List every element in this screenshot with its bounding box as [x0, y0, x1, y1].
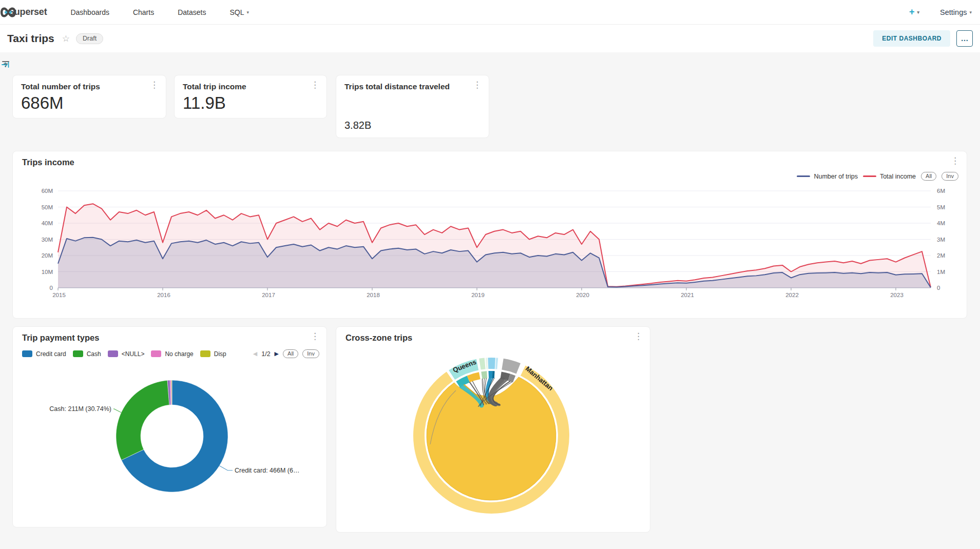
legend-label: Number of trips: [814, 173, 857, 180]
legend-swatch: [108, 350, 118, 357]
chart-legend: Number of tripsTotal incomeAllInv: [797, 172, 958, 181]
legend-inv-button[interactable]: Inv: [941, 172, 958, 181]
x-tick-label: 2018: [367, 292, 380, 298]
legend-swatch: [200, 350, 210, 357]
kebab-menu-icon[interactable]: ⋮: [309, 331, 321, 342]
chord-outer-segment[interactable]: [488, 358, 495, 369]
kebab-menu-icon[interactable]: ⋮: [471, 80, 484, 90]
chart-title: Cross-zone trips: [345, 333, 412, 343]
x-tick-label: 2019: [471, 292, 485, 298]
legend-swatch: [863, 175, 876, 177]
nav-item-sql[interactable]: SQL▾: [229, 8, 249, 16]
legend-all-button[interactable]: All: [921, 172, 936, 181]
y-left-tick-label: 20M: [42, 252, 53, 259]
legend-label: No charge: [165, 350, 193, 358]
legend-label: Total income: [880, 173, 916, 180]
filter-icon[interactable]: [2, 61, 10, 68]
legend-swatch: [22, 350, 32, 357]
trips-income-line-chart[interactable]: 60M6M50M5M40M4M30M3M20M2M10M1M0020152016…: [13, 184, 968, 307]
legend-item[interactable]: <NULL>: [108, 350, 145, 358]
pager-page: 1/2: [261, 350, 270, 358]
legend-inv-button[interactable]: Inv: [302, 349, 319, 358]
kebab-menu-icon[interactable]: ⋮: [632, 331, 645, 342]
plus-icon: +: [909, 7, 915, 17]
chord-outer-segment[interactable]: [502, 359, 521, 374]
y-right-tick-label: 4M: [937, 220, 945, 226]
y-right-tick-label: 3M: [937, 237, 945, 243]
x-tick-label: 2016: [157, 292, 170, 298]
nav-item-label: Charts: [133, 8, 154, 16]
legend-item[interactable]: Cash: [73, 350, 101, 358]
callout-leader: [219, 466, 233, 470]
main-nav: DashboardsChartsDatasetsSQL▾: [70, 8, 249, 16]
chord-outer-segment[interactable]: [479, 358, 485, 370]
kebab-menu-icon[interactable]: ⋮: [949, 155, 962, 166]
donut-callout-credit-card: Credit card: 466M (6…: [235, 467, 299, 474]
nav-item-label: SQL: [229, 8, 244, 16]
pager-prev-icon[interactable]: ◀: [253, 350, 257, 357]
chord-outer-segment[interactable]: [495, 358, 498, 369]
kpi-card-total-distance: Trips total distance traveled ⋮ 3.82B: [336, 75, 489, 138]
chord-outer-segment[interactable]: [486, 358, 488, 369]
legend-label: Cash: [87, 350, 101, 358]
y-right-tick-label: 2M: [937, 252, 945, 259]
y-left-tick-label: 30M: [42, 237, 53, 243]
pager-next-icon[interactable]: ▶: [275, 350, 279, 357]
donut-legend: Credit cardCash<NULL>No chargeDisp◀1/2▶A…: [22, 349, 319, 358]
legend-item[interactable]: No charge: [151, 350, 193, 358]
y-right-tick-label: 6M: [937, 188, 945, 194]
nav-item-datasets[interactable]: Datasets: [178, 8, 206, 16]
kpi-card-total-trips: Total number of trips ⋮ 686M: [12, 75, 166, 119]
legend-item[interactable]: Disp: [200, 350, 226, 358]
nav-item-charts[interactable]: Charts: [133, 8, 154, 16]
dashboard-header: Taxi trips ☆ Draft EDIT DASHBOARD …: [0, 25, 980, 52]
top-navbar: Superset DashboardsChartsDatasetsSQL▾ + …: [0, 0, 980, 25]
settings-menu[interactable]: Settings ▾: [940, 8, 972, 16]
settings-label: Settings: [940, 8, 967, 16]
new-item-menu[interactable]: + ▾: [909, 7, 919, 17]
legend-item[interactable]: Credit card: [22, 350, 66, 358]
nav-item-label: Dashboards: [70, 8, 109, 16]
payment-types-donut-chart[interactable]: Cash: 211M (30.74%)Credit card: 466M (6…: [13, 362, 328, 527]
superset-logo[interactable]: Superset: [8, 7, 47, 17]
favorite-star-icon[interactable]: ☆: [62, 33, 70, 44]
legend-label: Credit card: [36, 350, 66, 358]
superset-dashboard-page: Superset DashboardsChartsDatasetsSQL▾ + …: [0, 0, 980, 549]
more-options-button[interactable]: …: [956, 30, 973, 47]
y-left-tick-label: 40M: [42, 220, 53, 226]
legend-item[interactable]: Total income: [863, 173, 916, 180]
dashboard-content: Total number of trips ⋮ 686M Total trip …: [0, 52, 980, 549]
y-left-tick-label: 60M: [42, 188, 53, 194]
edit-dashboard-button[interactable]: EDIT DASHBOARD: [873, 30, 950, 47]
kebab-menu-icon[interactable]: ⋮: [148, 80, 161, 90]
kpi-value: 686M: [21, 93, 64, 113]
kpi-title: Total trip income: [183, 82, 301, 92]
y-right-tick-label: 1M: [937, 269, 945, 275]
kebab-menu-icon[interactable]: ⋮: [309, 80, 321, 90]
chart-title: Trip payment types: [22, 333, 99, 343]
x-tick-label: 2015: [52, 292, 66, 298]
header-actions: EDIT DASHBOARD …: [873, 30, 973, 47]
donut-callout-cash: Cash: 211M (30.74%): [49, 405, 111, 413]
nav-right: + ▾ Settings ▾: [909, 7, 972, 17]
x-tick-label: 2020: [576, 292, 589, 298]
kpi-title: Total number of trips: [21, 82, 139, 92]
legend-item[interactable]: Number of trips: [797, 173, 857, 180]
legend-all-button[interactable]: All: [283, 349, 298, 358]
kpi-value: 11.9B: [183, 93, 226, 113]
chevron-down-icon: ▾: [246, 10, 249, 15]
donut-slice-cash[interactable]: [116, 380, 169, 460]
legend-swatch: [151, 350, 161, 357]
y-left-tick-label: 50M: [42, 204, 53, 210]
legend-pager: ◀1/2▶AllInv: [253, 349, 319, 358]
page-title: Taxi trips: [7, 32, 54, 45]
legend-label: Disp: [214, 350, 226, 358]
nav-item-dashboards[interactable]: Dashboards: [70, 8, 109, 16]
nav-item-label: Datasets: [178, 8, 206, 16]
kpi-title: Trips total distance traveled: [344, 82, 463, 92]
cross-zone-chord-chart[interactable]: QueensManhattan: [336, 345, 651, 532]
chord-inner-segment: [481, 371, 487, 379]
kpi-value: 3.82B: [344, 120, 371, 131]
chart-title: Trips income: [22, 158, 74, 167]
chord-inner-segment: [492, 371, 495, 378]
